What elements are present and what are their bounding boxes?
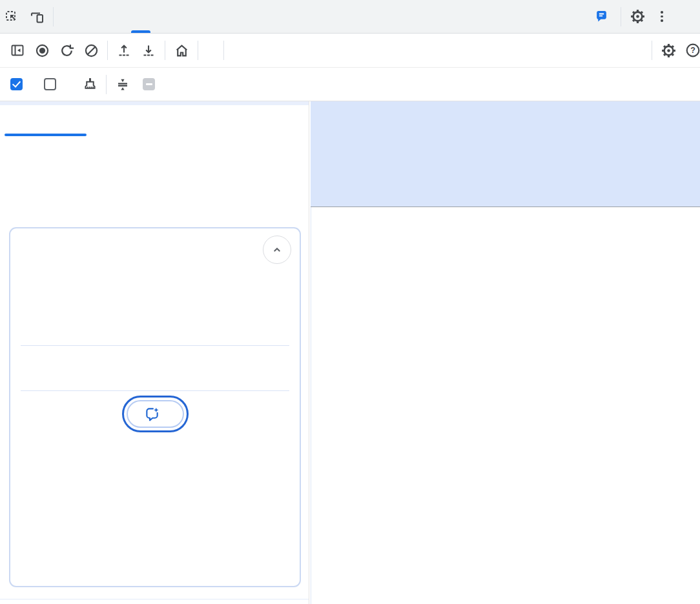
issues-badge[interactable] (590, 10, 617, 23)
lcp-by-phase-card (9, 227, 301, 587)
garbage-collect-icon[interactable] (77, 72, 102, 97)
active-tab-underline (5, 134, 87, 136)
capture-settings-icon[interactable] (656, 38, 681, 63)
divider (621, 7, 621, 26)
toggle-sidebar-icon[interactable] (5, 38, 30, 63)
chevron-up-icon (270, 243, 284, 257)
divider (106, 75, 107, 94)
divider (652, 41, 652, 60)
card-description (23, 239, 287, 332)
card-divider (21, 390, 289, 391)
timeline-details[interactable] (311, 207, 700, 604)
sidebar-top-band (0, 101, 309, 105)
ask-ai-button[interactable] (127, 400, 184, 428)
lcp-phase-table (23, 351, 287, 377)
tab-sources[interactable] (108, 0, 130, 33)
devtools-tabbar (0, 0, 700, 34)
inspect-element-icon[interactable] (0, 5, 25, 29)
issues-bubble-icon (595, 10, 608, 23)
timeline-overview[interactable] (311, 101, 700, 207)
divider (223, 41, 224, 60)
upload-profile-icon[interactable] (112, 38, 136, 63)
collapse-card-button[interactable] (263, 236, 291, 264)
card-divider (21, 345, 289, 346)
dim-3rd-parties-checkbox (143, 78, 155, 90)
record-icon[interactable] (30, 38, 54, 63)
device-toolbar-icon[interactable] (25, 5, 49, 29)
memory-checkbox[interactable] (44, 78, 56, 90)
tab-console[interactable] (86, 0, 108, 33)
help-icon[interactable]: ? (681, 38, 700, 63)
capture-options-bar (0, 68, 700, 101)
close-icon[interactable] (674, 5, 699, 29)
svg-text:?: ? (690, 46, 695, 55)
menu-icon[interactable] (650, 5, 674, 29)
table-header-row (23, 351, 287, 377)
settings-icon[interactable] (625, 5, 650, 29)
tab-performance[interactable] (130, 0, 152, 33)
sidebar-bottom-divider (0, 599, 309, 599)
collapse-tracks-icon[interactable] (110, 72, 135, 97)
divider (165, 41, 165, 60)
panel-tabs (64, 0, 152, 33)
clear-icon[interactable] (79, 38, 103, 63)
home-icon[interactable] (169, 38, 194, 63)
ask-ai-focus-ring (122, 396, 189, 432)
tab-elements[interactable] (64, 0, 86, 33)
divider (198, 41, 198, 60)
reload-record-icon[interactable] (54, 38, 79, 63)
screenshots-checkbox[interactable] (10, 78, 23, 90)
ai-chat-sparkle-icon (145, 407, 160, 421)
download-profile-icon[interactable] (136, 38, 161, 63)
insights-sidebar (0, 101, 309, 604)
divider (107, 41, 108, 60)
performance-toolbar: ? (0, 34, 700, 68)
divider (53, 7, 54, 26)
